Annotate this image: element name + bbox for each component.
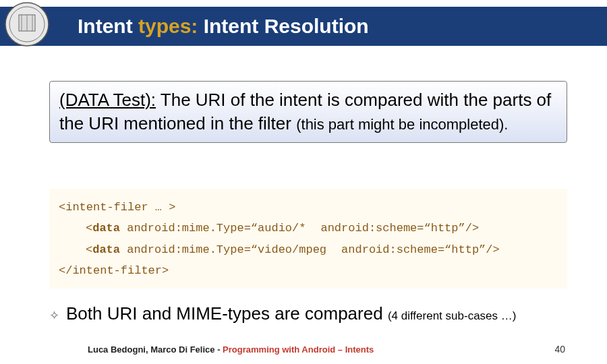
code-line-close: </intent-filter>: [59, 260, 558, 281]
footer-left: Luca Bedogni, Marco Di Felice - Programm…: [88, 344, 374, 355]
code-data2-attrs2: android:scheme=“http”/>: [341, 243, 500, 256]
bullet-diamond-icon: ✧: [49, 306, 59, 325]
code-data2-tag: data: [92, 243, 120, 256]
code-data1-tag: data: [92, 222, 120, 235]
code-line-data1: <data android:mime.Type=“audio/*android:…: [59, 218, 558, 239]
info-tail-text: (this part might be incompleted).: [296, 116, 508, 133]
bullet-main: Both URI and MIME-types are compared: [66, 303, 388, 324]
info-box-text: (DATA Test): The URI of the intent is co…: [59, 88, 557, 135]
university-seal-logo: [4, 1, 50, 47]
footer-dash: -: [215, 344, 223, 355]
code-data1-attrs2: android:scheme=“http”/>: [320, 222, 479, 235]
bullet-row: ✧ Both URI and MIME-types are compared (…: [49, 303, 589, 325]
code-block: <intent-filer … > <data android:mime.Typ…: [49, 189, 567, 289]
code-open-tag: intent-filer: [65, 201, 148, 214]
title-prefix: Intent: [78, 15, 138, 37]
title-suffix: Intent Resolution: [198, 15, 368, 37]
bullet-text: Both URI and MIME-types are compared (4 …: [66, 303, 516, 324]
code-data1-attrs1: android:mime.Type=“audio/*: [120, 222, 306, 235]
page-number: 40: [554, 344, 565, 355]
code-data2-attrs1: android:mime.Type=“video/mpeg: [120, 243, 326, 256]
data-test-label: (DATA Test):: [59, 90, 156, 110]
code-line-open: <intent-filer … >: [59, 197, 558, 218]
code-close-tag: </intent-filter>: [59, 264, 169, 277]
slide-header: Intent types: Intent Resolution: [0, 7, 607, 46]
bullet-tail: (4 different sub-cases …): [388, 309, 517, 322]
footer-authors: Luca Bedogni, Marco Di Felice: [88, 344, 215, 355]
footer-topic: Programming with Android – Intents: [223, 344, 374, 355]
title-accent: types:: [138, 15, 198, 37]
code-line-data2: <data android:mime.Type=“video/mpegandro…: [59, 239, 558, 260]
info-box: (DATA Test): The URI of the intent is co…: [49, 81, 567, 143]
code-open-rest: … >: [148, 201, 176, 214]
slide-footer: Luca Bedogni, Marco Di Felice - Programm…: [0, 344, 607, 355]
slide-title: Intent types: Intent Resolution: [78, 15, 369, 38]
